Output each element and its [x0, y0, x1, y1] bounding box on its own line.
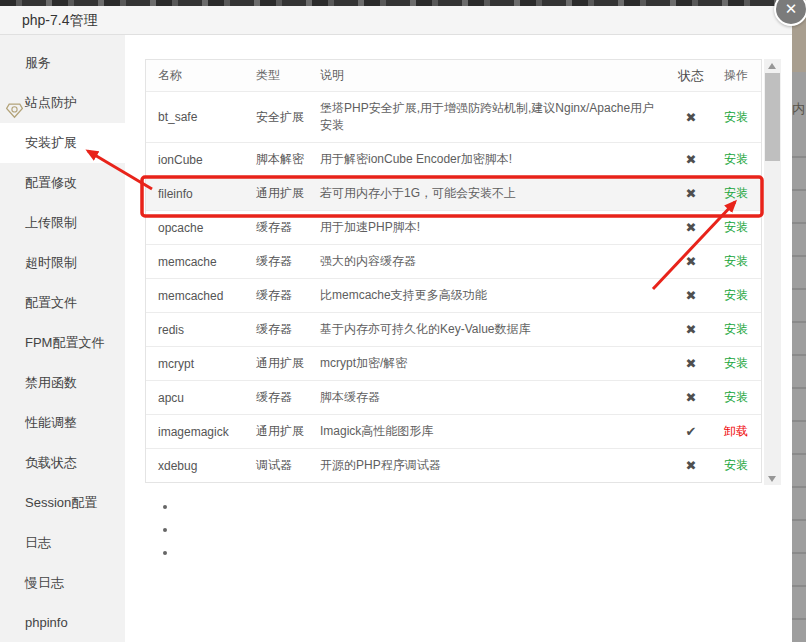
- extension-description: mcrypt加密/解密: [320, 348, 671, 379]
- extension-description: 基于内存亦可持久化的Key-Value数据库: [320, 314, 671, 345]
- sidebar-item[interactable]: phpinfo: [0, 603, 125, 642]
- extension-row: mcrypt 通用扩展 mcrypt加密/解密 ✖ 安装: [146, 346, 761, 380]
- sidebar-item[interactable]: 配置文件: [0, 283, 125, 323]
- sidebar-item[interactable]: Session配置: [0, 483, 125, 523]
- sidebar-item-label: 负载状态: [25, 455, 77, 470]
- extension-type: 调试器: [256, 457, 320, 474]
- extension-row: apcu 缓存器 脚本缓存器 ✖ 安装: [146, 380, 761, 414]
- extension-action-link[interactable]: 安装: [724, 220, 748, 234]
- extension-status-icon: ✖: [671, 390, 711, 405]
- sidebar-item[interactable]: 禁用函数: [0, 363, 125, 403]
- sidebar-item[interactable]: 日志: [0, 523, 125, 563]
- extension-description: 堡塔PHP安全扩展,用于增强防跨站机制,建议Nginx/Apache用户安装: [320, 93, 671, 141]
- sidebar-item-label: 超时限制: [25, 255, 77, 270]
- extension-name: mcrypt: [146, 357, 256, 371]
- background-partial-text: 内: [792, 100, 806, 118]
- sidebar-item[interactable]: 安装扩展: [0, 123, 125, 163]
- extension-type: 缓存器: [256, 389, 320, 406]
- extension-name: xdebug: [146, 459, 256, 473]
- extension-name: redis: [146, 323, 256, 337]
- extension-row: xdebug 调试器 开源的PHP程序调试器 ✖ 安装: [146, 448, 761, 482]
- extension-row: bt_safe 安全扩展 堡塔PHP安全扩展,用于增强防跨站机制,建议Nginx…: [146, 91, 761, 142]
- extension-name: apcu: [146, 391, 256, 405]
- extension-type: 缓存器: [256, 253, 320, 270]
- sidebar-item[interactable]: 慢日志: [0, 563, 125, 603]
- modal-titlebar: php-7.4管理: [0, 6, 792, 35]
- sidebar-item-label: 安装扩展: [25, 135, 77, 150]
- extension-status-icon: ✖: [671, 110, 711, 125]
- extension-action-link[interactable]: 安装: [724, 288, 748, 302]
- sidebar-item-label: 禁用函数: [25, 375, 77, 390]
- extension-row: fileinfo 通用扩展 若可用内存小于1G，可能会安装不上 ✖ 安装: [146, 176, 761, 210]
- extensions-panel: 名称 类型 说明 状态 操作 bt_safe 安全扩展 堡塔PHP安全扩展,用于…: [125, 35, 792, 642]
- table-scrollbar[interactable]: [764, 59, 781, 485]
- sidebar-item-label: 配置修改: [25, 175, 77, 190]
- notes-list: [157, 495, 792, 564]
- extension-description: 用于解密ionCube Encoder加密脚本!: [320, 144, 671, 175]
- extension-status-icon: ✖: [671, 458, 711, 473]
- extension-description: 若可用内存小于1G，可能会安装不上: [320, 178, 671, 209]
- sidebar-item-label: FPM配置文件: [25, 335, 104, 350]
- sidebar-item-label: 日志: [25, 535, 51, 550]
- modal-body: 服务 站点防护: [0, 35, 792, 642]
- extension-name: opcache: [146, 221, 256, 235]
- sidebar-item[interactable]: 服务: [0, 43, 125, 83]
- background-page-right: 内: [792, 0, 806, 642]
- extension-description: 开源的PHP程序调试器: [320, 450, 671, 481]
- sidebar-item[interactable]: 上传限制: [0, 203, 125, 243]
- sidebar-item-label: 服务: [25, 55, 51, 70]
- extension-action-link[interactable]: 安装: [724, 390, 748, 404]
- extension-status-icon: ✖: [671, 220, 711, 235]
- background-table-rows-fragment: [792, 125, 806, 642]
- sidebar-item-label: phpinfo: [25, 615, 68, 630]
- extension-description: Imagick高性能图形库: [320, 416, 671, 447]
- sidebar-item-label: Session配置: [25, 495, 97, 510]
- extension-action-link[interactable]: 安装: [724, 152, 748, 166]
- extension-status-icon: ✔: [671, 424, 711, 439]
- extension-row: redis 缓存器 基于内存亦可持久化的Key-Value数据库 ✖ 安装: [146, 312, 761, 346]
- extension-type: 缓存器: [256, 287, 320, 304]
- php-manage-dialog: php-7.4管理 服务: [0, 6, 792, 642]
- extensions-table: 名称 类型 说明 状态 操作 bt_safe 安全扩展 堡塔PHP安全扩展,用于…: [145, 59, 762, 483]
- extension-name: memcached: [146, 289, 256, 303]
- scroll-down-icon[interactable]: [764, 471, 781, 485]
- extension-description: 强大的内容缓存器: [320, 246, 671, 277]
- sidebar-item[interactable]: 站点防护: [0, 83, 125, 123]
- extension-name: ionCube: [146, 153, 256, 167]
- extension-row: ionCube 脚本解密 用于解密ionCube Encoder加密脚本! ✖ …: [146, 142, 761, 176]
- extension-action-link[interactable]: 安装: [724, 356, 748, 370]
- extension-action-link[interactable]: 安装: [724, 458, 748, 472]
- extension-type: 通用扩展: [256, 423, 320, 440]
- extension-name: imagemagick: [146, 425, 256, 439]
- extension-description: 比memcache支持更多高级功能: [320, 280, 671, 311]
- scrollbar-thumb[interactable]: [765, 73, 780, 161]
- page-title: php-7.4管理: [22, 12, 97, 28]
- extension-row: memcache 缓存器 强大的内容缓存器 ✖ 安装: [146, 244, 761, 278]
- extension-action-link[interactable]: 安装: [724, 110, 748, 124]
- sidebar: 服务 站点防护: [0, 35, 125, 642]
- extension-name: bt_safe: [146, 110, 256, 124]
- sidebar-item[interactable]: 超时限制: [0, 243, 125, 283]
- sidebar-item[interactable]: 配置修改: [0, 163, 125, 203]
- sidebar-item[interactable]: FPM配置文件: [0, 323, 125, 363]
- extension-action-link[interactable]: 安装: [724, 186, 748, 200]
- note-item: [177, 541, 792, 564]
- extension-name: memcache: [146, 255, 256, 269]
- extension-type: 缓存器: [256, 219, 320, 236]
- extension-status-icon: ✖: [671, 322, 711, 337]
- extension-status-icon: ✖: [671, 186, 711, 201]
- note-item: [177, 495, 792, 518]
- scroll-up-icon[interactable]: [764, 59, 781, 73]
- sidebar-item[interactable]: 性能调整: [0, 403, 125, 443]
- extension-description: 用于加速PHP脚本!: [320, 212, 671, 243]
- extension-action-link[interactable]: 卸载: [724, 424, 748, 438]
- extension-row: memcached 缓存器 比memcache支持更多高级功能 ✖ 安装: [146, 278, 761, 312]
- shield-diamond-icon: [6, 95, 23, 112]
- extension-status-icon: ✖: [671, 254, 711, 269]
- table-header-row: 名称 类型 说明 状态 操作: [146, 60, 761, 91]
- sidebar-item-label: 慢日志: [25, 575, 64, 590]
- extension-action-link[interactable]: 安装: [724, 254, 748, 268]
- col-header-type: 类型: [256, 67, 320, 84]
- sidebar-item[interactable]: 负载状态: [0, 443, 125, 483]
- extension-action-link[interactable]: 安装: [724, 322, 748, 336]
